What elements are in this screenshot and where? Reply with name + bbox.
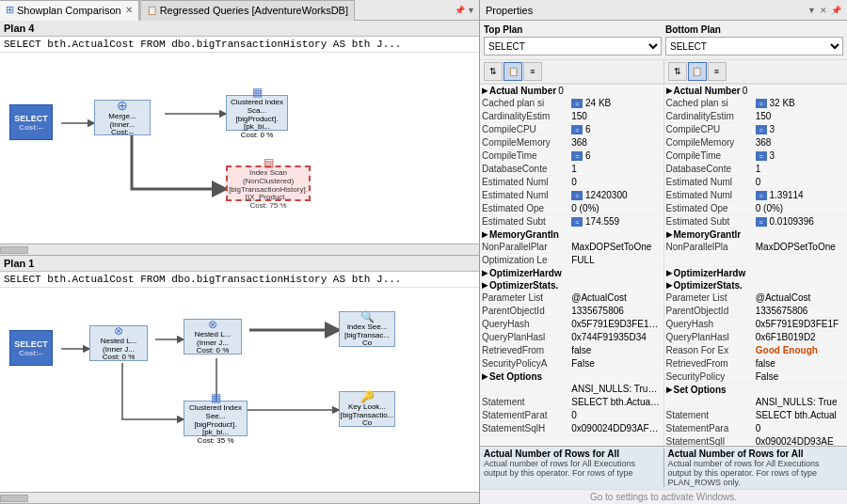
prop-row[interactable]: CompileCPU= 3 xyxy=(664,123,848,136)
panel-menu-icon[interactable]: ▼ xyxy=(467,6,475,15)
prop-value-label: 0x090024DD93AE xyxy=(756,436,845,446)
plan4-clustered-scan-node[interactable]: ▦ Clustered Index Sca...[bigProduct].[pk… xyxy=(226,95,288,131)
prop-name-label: Statement xyxy=(666,410,756,420)
prop-row[interactable]: StatementSqlI0x090024DD93AE xyxy=(664,435,848,446)
prop-row[interactable]: Estimated Numl0 xyxy=(664,176,848,189)
plan1-indexseek-node[interactable]: 🔍 Index See...[bigTransac...Co xyxy=(339,311,395,347)
prop-row[interactable]: Estimated Numl0 xyxy=(480,176,663,189)
prop-row[interactable]: Estimated Subt= 174.559 xyxy=(480,215,663,228)
toolbar-left-btn1[interactable]: ⇅ xyxy=(484,62,503,81)
status-right-desc: Actual number of rows for All Executions… xyxy=(668,459,844,487)
prop-value-label: 0 (0%) xyxy=(571,203,661,213)
prop-row[interactable]: Cached plan si= 32 KB xyxy=(664,97,848,110)
prop-group-header[interactable]: ▶Set Options xyxy=(480,370,663,383)
panel-pin-icon[interactable]: 📌 xyxy=(455,6,465,15)
prop-row[interactable]: ParentObjectId1335675806 xyxy=(664,305,848,318)
bottom-plan-label: Bottom Plan xyxy=(665,24,843,35)
prop-row[interactable]: QueryPlanHasl0x6F1B019D2 xyxy=(664,331,848,344)
prop-row[interactable]: ParentObjectId1335675806 xyxy=(480,305,663,318)
prop-row[interactable]: DatabaseConte1 xyxy=(664,163,848,176)
prop-group-header[interactable]: ▶OptimizerStats. xyxy=(480,279,663,291)
toolbar-left-btn3[interactable]: ≡ xyxy=(523,62,542,81)
prop-group-header[interactable]: ▶Actual Number 0 xyxy=(480,85,663,97)
prop-row[interactable]: Estimated Ope0 (0%) xyxy=(480,202,663,215)
prop-row[interactable]: RetrievedFromfalse xyxy=(480,344,663,357)
prop-group-header[interactable]: ▶Set Options xyxy=(664,384,848,396)
tab-regressed[interactable]: 📋 Regressed Queries [AdventureWorksDB] xyxy=(141,0,355,21)
prop-row[interactable]: Optimization LeFULL xyxy=(480,254,663,267)
prop-group-header[interactable]: ▶MemoryGrantlr xyxy=(664,228,848,241)
prop-row[interactable]: CompileCPU= 6 xyxy=(480,123,663,136)
toolbar-right-btn1[interactable]: ⇅ xyxy=(668,62,687,81)
prop-name-label: StatementParat xyxy=(482,410,571,420)
prop-row[interactable]: CompileTime= 6 xyxy=(480,150,663,163)
prop-row[interactable]: Estimated Subt= 0.0109396 xyxy=(664,215,848,228)
prop-value-label: 0x5F791E9D3FE1F xyxy=(756,319,845,329)
tab-close-showplan[interactable]: ✕ xyxy=(125,5,133,15)
prop-group-header[interactable]: ▶MemoryGrantIn xyxy=(480,228,663,241)
prop-value-label: 150 xyxy=(756,111,845,121)
prop-row[interactable]: Estimated Numl= 12420300 xyxy=(480,189,663,202)
prop-value-label: false xyxy=(756,358,845,369)
prop-row[interactable]: StatementPara0 xyxy=(664,422,848,435)
prop-row[interactable]: DatabaseConte1 xyxy=(480,163,663,176)
prop-eq-icon: = xyxy=(571,125,583,134)
prop-row[interactable]: Cached plan si= 24 KB xyxy=(480,97,663,110)
prop-row[interactable]: Estimated Ope0 (0%) xyxy=(664,202,848,215)
prop-row[interactable]: ANSI_NULLS: True xyxy=(664,396,848,409)
prop-group-header[interactable]: ▶OptimizerHardw xyxy=(480,267,663,279)
prop-row[interactable]: CardinalityEstim150 xyxy=(664,110,848,123)
prop-row[interactable]: CompileTime= 3 xyxy=(664,150,848,163)
prop-row[interactable]: StatementSqlH0x090024DD93AF34F9 xyxy=(480,422,663,435)
panel-pin2-icon[interactable]: 📌 xyxy=(831,6,841,15)
prop-row[interactable]: CardinalityEstim150 xyxy=(480,110,663,123)
plan1-title: Plan 1 xyxy=(4,258,34,269)
prop-row[interactable]: QueryPlanHasl0x744F91935D34 xyxy=(480,331,663,344)
prop-row[interactable]: SecurityPolicyAFalse xyxy=(480,357,663,370)
prop-group-header[interactable]: ▶OptimizerStats. xyxy=(664,279,848,291)
prop-row[interactable]: CompileMemory368 xyxy=(480,136,663,150)
plan1-clustered-seek-node[interactable]: ▦ Clustered Index See...[bigProduct].[pk… xyxy=(184,401,248,436)
top-plan-select[interactable]: SELECT xyxy=(484,37,662,55)
plan4-indexscan-node[interactable]: ▤ Index Scan (NonClustered)[bigTransacti… xyxy=(226,165,311,201)
prop-name-label: Estimated Numl xyxy=(482,190,571,200)
group-expand-icon: ▶ xyxy=(482,87,487,95)
toolbar-left-btn2[interactable]: 📋 xyxy=(503,62,522,81)
panel-close-icon[interactable]: ✕ xyxy=(820,6,827,15)
prop-value-label: 1335675806 xyxy=(571,306,661,316)
prop-row[interactable]: StatementParat0 xyxy=(480,409,663,422)
plan1-keylookup-node[interactable]: 🔑 Key Look...[bigTransactio...Co xyxy=(339,391,395,427)
prop-row[interactable]: NonParallelPlaMaxDOPSetToOne xyxy=(664,241,848,254)
prop-row[interactable]: RetrievedFromfalse xyxy=(664,357,848,370)
toolbar-right-btn2[interactable]: 📋 xyxy=(688,62,707,81)
prop-value-label: @ActualCost xyxy=(571,292,661,303)
plan4-select-node[interactable]: SELECT Cost:-- xyxy=(9,104,53,140)
prop-row[interactable]: Parameter List@ActualCost xyxy=(480,291,663,305)
prop-value-label: 1 xyxy=(756,164,845,174)
plan1-nested1-node[interactable]: ⊗ Nested L...(Inner J...Cost: 0 % xyxy=(89,325,148,361)
prop-row[interactable]: Parameter List@ActualCost xyxy=(664,291,848,305)
tab-showplan[interactable]: ⊞ Showplan Comparison ✕ xyxy=(0,0,139,21)
prop-name-label: CompileTime xyxy=(482,150,571,161)
prop-row[interactable]: Reason For ExGood Enough xyxy=(664,344,848,357)
prop-row[interactable] xyxy=(664,254,848,267)
prop-group-header[interactable]: ▶Actual Number 0 xyxy=(664,85,848,97)
toolbar-right-btn3[interactable]: ≡ xyxy=(708,62,727,81)
prop-name-label: StatementPara xyxy=(666,423,756,433)
prop-row[interactable]: CompileMemory368 xyxy=(664,136,848,150)
plan1-nested2-node[interactable]: ⊗ Nested L...(Inner J...Cost: 0 % xyxy=(184,319,242,354)
prop-row[interactable]: StatementSELECT bth.ActualCost xyxy=(480,396,663,409)
prop-row[interactable]: QueryHash0x5F791E9D3FE1F510 xyxy=(480,318,663,331)
prop-row[interactable]: ANSI_NULLS: True, AN xyxy=(480,383,663,396)
bottom-plan-select[interactable]: SELECT xyxy=(665,37,843,55)
plan1-hscroll[interactable] xyxy=(0,492,479,503)
prop-row[interactable]: SecurityPolicyFalse xyxy=(664,370,848,384)
prop-row[interactable]: StatementSELECT bth.Actual xyxy=(664,409,848,422)
prop-row[interactable]: Estimated Numl= 1.39114 xyxy=(664,189,848,202)
prop-group-header[interactable]: ▶OptimizerHardw xyxy=(664,267,848,279)
prop-row[interactable]: NonParallelPlarMaxDOPSetToOne xyxy=(480,241,663,254)
plan4-hscroll[interactable] xyxy=(0,244,479,255)
plan4-merge-node[interactable]: ⊕ Merge...(Inner...Cost:-- xyxy=(94,100,151,135)
plan1-select-node[interactable]: SELECT Cost:-- xyxy=(9,330,53,366)
prop-row[interactable]: QueryHash0x5F791E9D3FE1F xyxy=(664,318,848,331)
